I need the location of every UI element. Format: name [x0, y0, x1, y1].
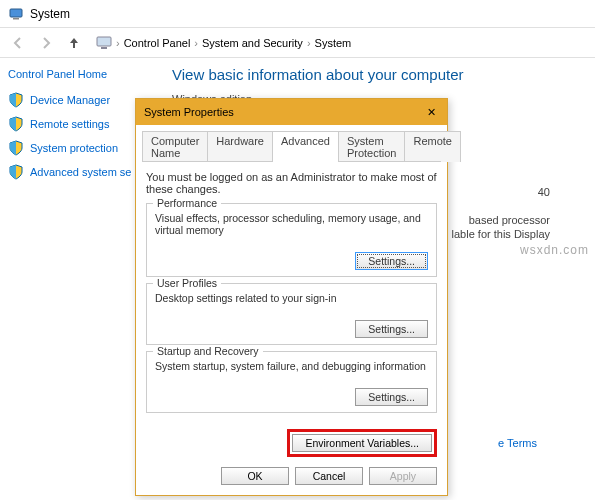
sidebar-item-remote-settings[interactable]: Remote settings	[8, 116, 152, 132]
ok-button[interactable]: OK	[221, 467, 289, 485]
group-title: User Profiles	[153, 277, 221, 289]
crumb-system-security[interactable]: System and Security	[202, 37, 303, 49]
highlight-box: Environment Variables...	[287, 429, 437, 457]
chevron-right-icon: ›	[194, 37, 198, 49]
dialog-titlebar[interactable]: System Properties ✕	[136, 99, 447, 125]
shield-icon	[8, 116, 24, 132]
tab-advanced[interactable]: Advanced	[272, 131, 339, 162]
group-performance: Performance Visual effects, processor sc…	[146, 203, 437, 277]
nav-bar: › Control Panel › System and Security › …	[0, 28, 595, 58]
shield-icon	[8, 164, 24, 180]
sidebar-item-label: Advanced system se	[30, 166, 132, 178]
sidebar-item-system-protection[interactable]: System protection	[8, 140, 152, 156]
group-desc: Visual effects, processor scheduling, me…	[155, 212, 428, 236]
shield-icon	[8, 140, 24, 156]
tab-system-protection[interactable]: System Protection	[338, 131, 406, 162]
shield-icon	[8, 92, 24, 108]
system-icon	[8, 6, 24, 22]
svg-rect-1	[13, 18, 19, 20]
sidebar-item-device-manager[interactable]: Device Manager	[8, 92, 152, 108]
group-title: Startup and Recovery	[153, 345, 263, 357]
system-properties-dialog: System Properties ✕ Computer Name Hardwa…	[135, 98, 448, 496]
page-title: View basic information about your comput…	[172, 66, 583, 83]
sidebar-item-label: Remote settings	[30, 118, 109, 130]
tab-hardware[interactable]: Hardware	[207, 131, 273, 162]
watermark: wsxdn.com	[520, 243, 589, 257]
cancel-button[interactable]: Cancel	[295, 467, 363, 485]
dialog-intro: You must be logged on as an Administrato…	[146, 171, 437, 195]
startup-recovery-settings-button[interactable]: Settings...	[355, 388, 428, 406]
tab-computer-name[interactable]: Computer Name	[142, 131, 208, 162]
svg-rect-2	[97, 37, 111, 46]
dialog-title: System Properties	[144, 106, 234, 118]
crumb-system[interactable]: System	[315, 37, 352, 49]
chevron-right-icon: ›	[116, 37, 120, 49]
up-button[interactable]	[62, 31, 86, 55]
sidebar-item-label: System protection	[30, 142, 118, 154]
apply-button[interactable]: Apply	[369, 467, 437, 485]
svg-rect-3	[101, 47, 107, 49]
breadcrumb[interactable]: › Control Panel › System and Security › …	[96, 36, 589, 50]
forward-button[interactable]	[34, 31, 58, 55]
tab-strip: Computer Name Hardware Advanced System P…	[136, 125, 447, 162]
env-row: Environment Variables...	[136, 425, 447, 461]
group-startup-recovery: Startup and Recovery System startup, sys…	[146, 351, 437, 413]
performance-settings-button[interactable]: Settings...	[355, 252, 428, 270]
peek-text: 40	[538, 186, 550, 198]
group-user-profiles: User Profiles Desktop settings related t…	[146, 283, 437, 345]
sidebar-item-advanced-system[interactable]: Advanced system se	[8, 164, 152, 180]
group-desc: Desktop settings related to your sign-in	[155, 292, 428, 304]
window-titlebar: System	[0, 0, 595, 28]
group-desc: System startup, system failure, and debu…	[155, 360, 428, 372]
chevron-right-icon: ›	[307, 37, 311, 49]
group-title: Performance	[153, 197, 221, 209]
dialog-footer: OK Cancel Apply	[136, 461, 447, 495]
back-button[interactable]	[6, 31, 30, 55]
crumb-control-panel[interactable]: Control Panel	[124, 37, 191, 49]
peek-text: lable for this Display	[452, 228, 550, 240]
svg-rect-0	[10, 9, 22, 17]
window-title: System	[30, 7, 70, 21]
user-profiles-settings-button[interactable]: Settings...	[355, 320, 428, 338]
environment-variables-button[interactable]: Environment Variables...	[292, 434, 432, 452]
pc-icon	[96, 36, 112, 50]
peek-text: based processor	[469, 214, 550, 226]
peek-link[interactable]: e Terms	[498, 437, 537, 449]
sidebar-item-label: Device Manager	[30, 94, 110, 106]
dialog-body: You must be logged on as an Administrato…	[136, 163, 447, 425]
tab-remote[interactable]: Remote	[404, 131, 461, 162]
sidebar-home[interactable]: Control Panel Home	[8, 68, 152, 80]
close-icon[interactable]: ✕	[423, 106, 439, 119]
